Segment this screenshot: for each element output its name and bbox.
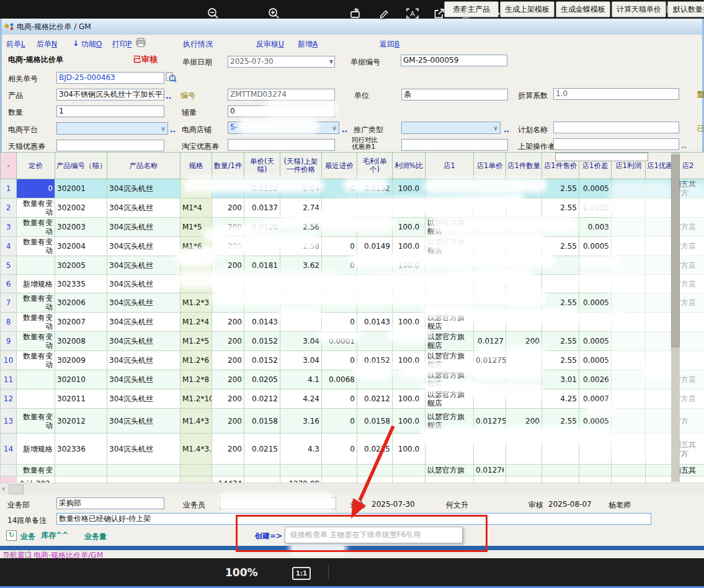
cell-qty-per-piece[interactable]: 200 — [212, 409, 244, 434]
vertical-scrollbar-thumb[interactable] — [671, 155, 680, 347]
doc-no-input[interactable]: GM-25-000059 — [401, 55, 507, 66]
cell-spec[interactable]: M1.2*4 — [180, 313, 212, 332]
cell-num[interactable] — [1, 476, 17, 483]
vertical-scrollbar[interactable] — [671, 153, 680, 482]
cell-pricing[interactable]: 新增规格 — [17, 434, 55, 465]
cell-unit-price[interactable] — [244, 476, 280, 483]
col-header-store1-coupon[interactable]: 店1优惠 — [646, 153, 672, 179]
cell-recent-cost[interactable]: 0 — [322, 256, 357, 275]
cell-pricing[interactable] — [17, 390, 55, 409]
cell-unit-price[interactable] — [244, 465, 280, 476]
cell-name[interactable]: 304沉头机丝 — [107, 293, 180, 313]
taobao-coupon-input[interactable] — [228, 139, 335, 151]
cell-store1-profit[interactable] — [612, 465, 646, 476]
cell-store1-price[interactable] — [474, 476, 506, 483]
cell-store1-diff[interactable] — [579, 465, 612, 476]
cell-recent-cost[interactable]: 0 — [322, 313, 357, 332]
cell-num[interactable]: 12 — [1, 390, 17, 409]
cell-code[interactable]: 302005 — [55, 256, 107, 275]
cell-store1-diff[interactable]: 0.0005 — [579, 293, 612, 313]
cell-spec[interactable] — [180, 476, 212, 483]
cell-unit-price[interactable]: 0.0181 — [244, 256, 280, 275]
generate-listing-template-button[interactable]: 生成上架模板 — [500, 1, 555, 17]
cell-name[interactable]: 304沉头机丝 — [107, 370, 180, 390]
cell-code[interactable]: 302011 — [55, 390, 107, 409]
cell-profit-pct[interactable]: 100.0 — [393, 237, 426, 256]
code-input[interactable]: ZMTTMD03274 — [228, 89, 335, 100]
cell-store1-sell[interactable] — [542, 465, 579, 476]
cell-num[interactable]: 6 — [1, 275, 17, 293]
cell-name[interactable]: 304沉头机丝 — [107, 198, 180, 218]
cell-code[interactable]: 302002 — [55, 198, 107, 218]
cell-store1-diff[interactable]: 0.0005 — [579, 237, 612, 256]
cell-profit-pct[interactable]: 100.0 — [393, 179, 426, 198]
menu-unaudit[interactable]: 反审核U — [256, 39, 284, 50]
cell-code[interactable]: 302003 — [55, 218, 107, 237]
cell-store1-diff[interactable]: 0.0007 — [579, 390, 612, 409]
rotate-icon[interactable] — [350, 7, 363, 20]
cell-name[interactable]: 304沉头机丝 — [107, 390, 180, 409]
cell-name[interactable]: 304沉头机丝 — [107, 351, 180, 370]
cell-unit-price[interactable]: 0.0137 — [244, 198, 280, 218]
cell-recent-cost[interactable]: 0 — [322, 237, 357, 256]
cell-profit-pct[interactable]: 100.0 — [393, 434, 426, 465]
cell-store1-sell[interactable]: 3.01 — [542, 370, 579, 390]
cell-name[interactable] — [107, 465, 180, 476]
cell-recent-cost[interactable] — [322, 465, 357, 476]
cell-spec[interactable]: M1.2*5 — [180, 332, 212, 351]
tab-current-doc[interactable]: 电商-规格比价单/GM — [33, 550, 103, 558]
cell-qty-per-piece[interactable]: 200 — [212, 332, 244, 351]
cell-store1-sell[interactable]: 2.55 — [542, 198, 579, 218]
cell-gross-profit[interactable]: 0.0149 — [357, 237, 393, 256]
cell-spec[interactable]: M1.2*8 — [180, 370, 212, 390]
cell-qty-per-piece[interactable]: 200 — [212, 434, 244, 465]
table-row[interactable]: 11302010304沉头机丝M1.2*82000.02054.10.0068以… — [1, 370, 704, 390]
cell-store1-sell[interactable]: 2.55 — [542, 351, 579, 370]
cell-pricing[interactable]: 数量有变动 — [17, 237, 55, 256]
cell-num[interactable] — [1, 465, 17, 476]
cell-code[interactable]: 302012 — [55, 409, 107, 434]
cell-qty-per-piece[interactable] — [212, 465, 244, 476]
cell-store1[interactable]: 以瑟官方旗舰 — [426, 465, 474, 476]
table-row[interactable]: 10数量有变动302009304沉头机丝M1.2*62000.01523.040… — [1, 351, 704, 370]
default-qty-discount-button[interactable]: 默认数量折 — [667, 1, 704, 17]
cell-store1-sell[interactable]: 2.55 — [542, 179, 579, 198]
cell-pricing[interactable]: 新增规格 — [17, 275, 55, 293]
cell-num[interactable]: 8 — [1, 313, 17, 332]
cell-num[interactable]: 14 — [1, 434, 17, 465]
menu-prev[interactable]: 前单L — [6, 39, 25, 50]
cell-pricing[interactable]: 合计 303 — [17, 476, 55, 483]
cell-pricing[interactable] — [17, 256, 55, 275]
cell-store1-sell[interactable]: 2.55 — [542, 293, 579, 313]
cell-gross-profit[interactable]: 0.0158 — [357, 409, 393, 434]
cell-num[interactable]: 2 — [1, 198, 17, 218]
cell-piece-price[interactable]: 1279.09 — [280, 476, 322, 483]
cell-piece-price[interactable]: 3.04 — [280, 332, 322, 351]
cell-piece-price[interactable]: 4.3 — [280, 434, 322, 465]
col-header-piece-price[interactable]: (天猫)上架一件价格 — [280, 153, 322, 179]
cell-spec[interactable]: M1.4*3 — [180, 409, 212, 434]
cell-recent-cost[interactable]: 0.0068 — [322, 370, 357, 390]
col-header-store1-price[interactable]: 店1单价 — [474, 153, 506, 179]
cell-pricing[interactable]: 数量有变动 — [17, 465, 55, 476]
cell-qty-per-piece[interactable]: 200 — [212, 351, 244, 370]
unit-input[interactable]: 条 — [401, 89, 508, 100]
cell-piece-price[interactable]: 4.24 — [280, 390, 322, 409]
related-no-input[interactable]: BJD-25-000463 — [56, 72, 164, 84]
zoom-in-icon[interactable] — [268, 7, 280, 20]
col-header-num[interactable]: - — [1, 153, 17, 179]
horizontal-scrollbar[interactable]: ‹ — [0, 483, 704, 495]
zoom-level[interactable]: 100% — [225, 566, 258, 579]
cell-qty-per-piece[interactable]: 200 — [212, 256, 244, 275]
cell-code[interactable]: 302001 — [55, 179, 107, 198]
cell-store1-coupon[interactable] — [646, 465, 672, 476]
cell-pricing[interactable] — [17, 370, 55, 390]
menu-add[interactable]: 新增A — [298, 39, 318, 50]
lister-more-link[interactable]: .. — [681, 141, 687, 150]
cell-store1-diff[interactable]: 0.0026 — [579, 370, 612, 390]
product-more-link[interactable]: .. — [166, 92, 171, 100]
cell-spec[interactable] — [180, 465, 212, 476]
link-business[interactable]: 业务 — [20, 532, 35, 542]
menu-next[interactable]: 后单N — [37, 39, 57, 50]
cell-pricing[interactable]: 0 — [17, 179, 55, 198]
